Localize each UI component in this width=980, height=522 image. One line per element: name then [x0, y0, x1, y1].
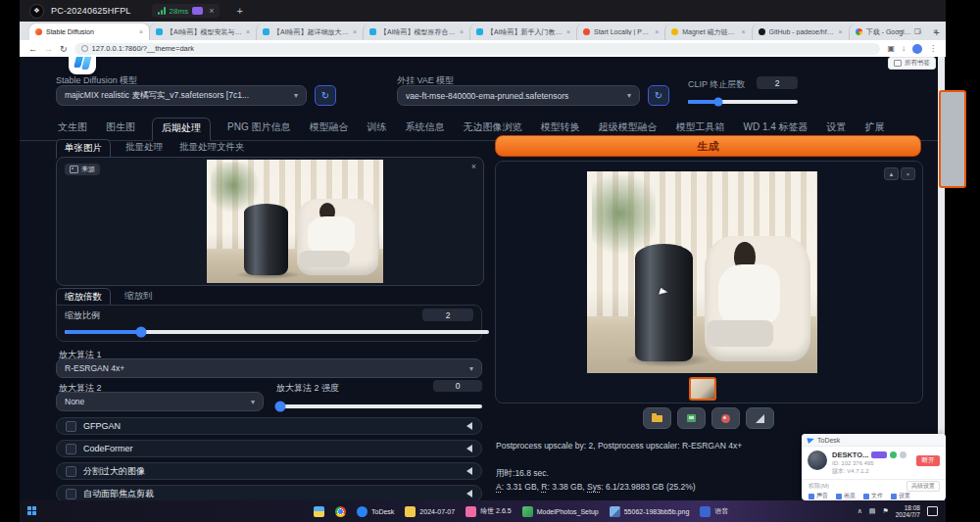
all-bookmarks-chip[interactable]: 所有书签 [888, 57, 936, 70]
open-folder-button[interactable] [643, 407, 671, 429]
taskbar-chrome[interactable] [335, 506, 346, 517]
new-session-button[interactable]: + [236, 5, 242, 17]
folder-icon [652, 415, 662, 422]
browser-tab[interactable]: GitHub - padeoe/hf-mirror × [752, 24, 849, 40]
browser-tab[interactable]: 【AI绘画】模型推荐合集_哔哩哔哩 × [363, 24, 469, 40]
taskbar-clock[interactable]: 18:08 2024/7/7 [896, 504, 920, 519]
upscaler2-dropdown[interactable]: None ▾ [56, 392, 264, 411]
result-thumbnail[interactable] [689, 377, 716, 401]
save-image-button[interactable] [677, 407, 706, 429]
refresh-vae-button[interactable]: ↻ [648, 85, 669, 106]
tab-img2img[interactable]: 图生图 [104, 118, 137, 140]
tab-close-icon[interactable]: × [353, 28, 357, 35]
accordion-gfpgan[interactable]: GFPGAN [56, 417, 482, 435]
screen: ❖ PC-20240625HFPL 28ms × + Stable Diffus… [0, 0, 980, 522]
tab-png-info[interactable]: PNG 图片信息 [225, 118, 292, 140]
disconnect-button[interactable]: 断开 [916, 455, 940, 466]
sound-tool[interactable]: 声音 [808, 492, 828, 500]
tab-system-info[interactable]: 系统信息 [403, 118, 446, 140]
split-oversized-checkbox[interactable] [66, 466, 76, 477]
advanced-settings-button[interactable]: 高级设置 [906, 481, 940, 492]
scale-slider[interactable] [65, 330, 489, 334]
tab-close-icon[interactable]: × [246, 28, 250, 35]
profile-avatar[interactable] [912, 44, 922, 54]
taskbar-items: ToDesk 2024-07-07 绘世 2.6.5 ModelPhotos_S… [314, 500, 728, 522]
taskbar-voice[interactable]: 语音 [700, 506, 728, 517]
back-icon[interactable]: ← [28, 44, 37, 54]
remote-session-tab[interactable]: 28ms × [152, 4, 220, 18]
subtab-single-image[interactable]: 单张图片 [56, 139, 111, 159]
tab-close-icon[interactable]: × [460, 28, 464, 35]
close-window-button[interactable]: × [933, 26, 938, 35]
notification-center-icon[interactable] [927, 506, 938, 516]
taskbar-explorer[interactable] [314, 506, 324, 517]
close-session-icon[interactable]: × [209, 6, 214, 16]
todesk-titlebar[interactable]: ToDesk [802, 434, 946, 447]
taskbar-setup[interactable]: ModelPhotos_Setup [522, 506, 599, 517]
minimize-button[interactable]: ─ [897, 26, 903, 35]
subtab-batch-process[interactable]: 批量处理 [123, 139, 165, 159]
browser-tab[interactable]: 【AI绘画】模型安装与使用教程_哔哩哔哩 × [149, 24, 256, 40]
tab-close-icon[interactable]: × [139, 28, 143, 35]
tab-train[interactable]: 训练 [365, 118, 388, 140]
taskbar-folder[interactable]: 2024-07-07 [405, 506, 455, 517]
source-image[interactable] [207, 160, 383, 283]
taskbar-image-file[interactable]: 55062-1983bb5b.png [610, 506, 690, 517]
refresh-icon[interactable]: ↻ [60, 44, 68, 54]
voice-call-icon[interactable] [890, 451, 897, 458]
accordion-codeformer[interactable]: CodeFormer [56, 440, 482, 457]
tab-close-icon[interactable]: × [741, 28, 745, 35]
settings-tool[interactable]: 设置 [891, 492, 910, 500]
model-dropdown[interactable]: majicMIX realistic 麦橘写实_v7.safetensors [… [56, 85, 307, 106]
tab-checkpoint-merger[interactable]: 模型融合 [307, 118, 350, 140]
source-image-dropzone[interactable]: 来源 × [56, 157, 484, 286]
maximize-button[interactable]: ▢ [914, 26, 922, 35]
download-icon[interactable]: ↓ [902, 44, 906, 53]
clear-source-image-icon[interactable]: × [471, 162, 476, 171]
browser-tab[interactable]: 【AI绘画】新手入门教程_哔哩哔哩 × [469, 24, 576, 40]
scrollbar-thumb[interactable] [939, 90, 966, 188]
tab-close-icon[interactable]: × [655, 28, 659, 35]
mic-icon[interactable] [900, 451, 906, 458]
tab-close-icon[interactable]: × [566, 28, 570, 35]
gfpgan-checkbox[interactable] [66, 421, 76, 432]
refresh-model-button[interactable]: ↻ [315, 85, 336, 106]
site-info-icon[interactable] [81, 45, 88, 52]
generate-button[interactable]: 生成 [495, 135, 921, 157]
file-tool[interactable]: 文件 [863, 492, 883, 500]
tab-extras[interactable]: 后期处理 [152, 118, 211, 141]
address-bar[interactable]: 127.0.0.1:7860/?__theme=dark [74, 43, 881, 55]
divider [802, 479, 946, 480]
send-to-extras-button[interactable] [746, 407, 774, 429]
codeformer-checkbox[interactable] [66, 444, 76, 454]
clip-skip-slider[interactable] [688, 100, 798, 104]
result-image[interactable] [587, 171, 817, 373]
upscaler1-dropdown[interactable]: R-ESRGAN 4x+ ▾ [56, 358, 482, 378]
vae-dropdown[interactable]: vae-ft-mse-840000-ema-pruned.safetensors… [397, 85, 640, 106]
upscaler2-visibility-value[interactable]: 0 [433, 380, 482, 392]
extensions-icon[interactable]: ▣ [887, 44, 895, 53]
quality-tool[interactable]: 画质 [836, 492, 856, 500]
accordion-split-oversized[interactable]: 分割过大的图像 [56, 462, 482, 480]
close-gallery-icon[interactable]: × [901, 167, 915, 180]
scale-value[interactable]: 2 [422, 308, 473, 321]
browser-tab[interactable]: Start Locally | PyTorch × [576, 24, 664, 40]
send-to-img2img-button[interactable] [711, 407, 740, 429]
tab-txt2img[interactable]: 文生图 [56, 118, 89, 140]
browser-tab[interactable]: 【AI绘画】超详细放大教程_哔哩哔哩 × [256, 24, 363, 40]
taskbar-launcher[interactable]: 绘世 2.6.5 [466, 506, 512, 517]
upscaler2-visibility-slider[interactable] [276, 404, 482, 408]
tray-flag-icon[interactable]: ⚑ [882, 507, 888, 515]
tab-close-icon[interactable]: × [839, 28, 843, 35]
subtab-batch-folder[interactable]: 批量处理文件夹 [177, 139, 247, 159]
start-button[interactable] [27, 506, 37, 516]
clip-skip-value[interactable]: 2 [757, 76, 798, 89]
auto-face-crop-checkbox[interactable] [66, 489, 76, 499]
browser-tab[interactable]: Magnet 磁力链接下载 × [664, 24, 751, 40]
fullscreen-icon[interactable]: ▲ [884, 167, 899, 180]
browser-menu-icon[interactable]: ⋮ [929, 44, 937, 53]
taskbar-todesk[interactable]: ToDesk [357, 506, 394, 517]
tray-icon[interactable]: ▤ [869, 507, 876, 515]
tray-expand-icon[interactable]: ∧ [858, 507, 862, 515]
browser-tab-active[interactable]: Stable Diffusion × [29, 24, 149, 40]
